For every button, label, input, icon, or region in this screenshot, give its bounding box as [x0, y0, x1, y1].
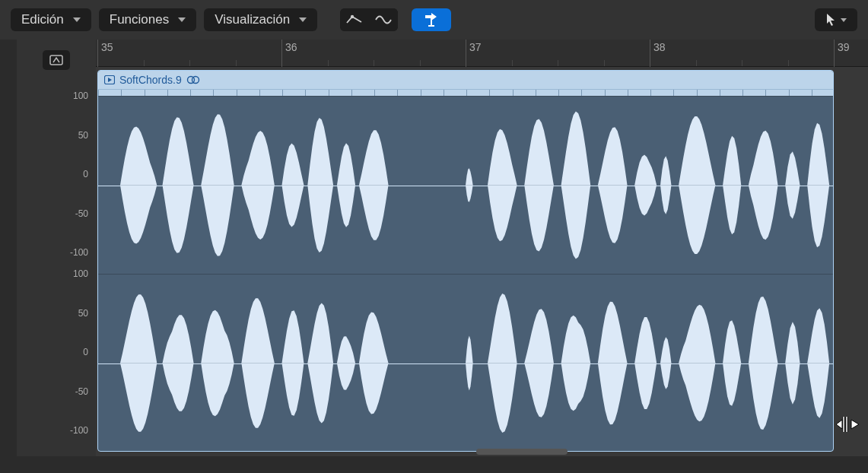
region-end-resize-cursor-icon — [833, 414, 862, 435]
ruler-bar-marker: 38 — [650, 40, 666, 67]
flex-icon — [374, 14, 393, 25]
region-header[interactable]: SoftChords.9 — [98, 71, 833, 89]
amplitude-label: -50 — [75, 208, 88, 219]
functions-menu-label: Funciones — [110, 12, 169, 27]
automation-icon — [346, 14, 363, 25]
waveform-left-svg — [98, 97, 833, 274]
amplitude-label: 100 — [73, 268, 88, 279]
stereo-link-icon — [186, 75, 200, 84]
amplitude-scale: 100500-50-100100500-50-100 — [17, 81, 96, 456]
flex-toggle[interactable] — [369, 8, 398, 31]
region-sub-ruler — [98, 89, 833, 96]
waveform-area[interactable] — [98, 96, 833, 452]
view-menu[interactable]: Visualización — [204, 8, 317, 31]
waveform-editor[interactable]: 3536373839 SoftChords.9 — [96, 40, 868, 456]
waveform-channel-left — [98, 96, 833, 274]
svg-point-0 — [351, 15, 354, 18]
svg-point-5 — [192, 77, 199, 84]
amplitude-label: 0 — [83, 347, 88, 357]
amplitude-label: -100 — [70, 425, 88, 436]
ruler-bar-marker: 39 — [834, 40, 850, 67]
edit-menu-label: Edición — [21, 12, 64, 27]
chevron-down-icon — [73, 17, 81, 22]
ruler-bar-marker: 37 — [466, 40, 482, 67]
catch-playhead-button[interactable] — [412, 8, 451, 31]
editor-toolbar: Edición Funciones Visualización — [0, 0, 868, 40]
left-gutter — [0, 40, 17, 456]
bar-ruler[interactable]: 3536373839 — [96, 40, 868, 67]
waveform-channel-right — [98, 274, 833, 452]
catch-playhead-icon — [423, 13, 440, 27]
pointer-tool-selector[interactable] — [815, 8, 857, 31]
edit-menu[interactable]: Edición — [11, 8, 91, 31]
chevron-down-icon — [841, 18, 847, 22]
amplitude-label: -50 — [75, 386, 88, 397]
left-panel: 100500-50-100100500-50-100 — [17, 40, 96, 456]
functions-menu[interactable]: Funciones — [99, 8, 196, 31]
ruler-bar-marker: 35 — [97, 40, 113, 67]
toolbar-mode-group — [340, 8, 398, 31]
amplitude-label: -100 — [70, 247, 88, 258]
inspector-toggle[interactable] — [43, 50, 70, 70]
region-name: SoftChords.9 — [119, 74, 182, 86]
amplitude-label: 100 — [73, 90, 88, 101]
amplitude-label: 0 — [83, 169, 88, 179]
pointer-tool-icon — [825, 13, 836, 27]
view-menu-label: Visualización — [215, 12, 290, 27]
chevron-down-icon — [299, 17, 307, 22]
automation-toggle[interactable] — [340, 8, 369, 31]
audio-region[interactable]: SoftChords.9 — [97, 70, 834, 452]
ruler-bar-marker: 36 — [281, 40, 297, 67]
horizontal-scrollbar[interactable] — [476, 449, 568, 455]
inspector-icon — [49, 55, 63, 65]
waveform-right-svg — [98, 275, 833, 452]
amplitude-label: 50 — [78, 308, 88, 319]
amplitude-label: 50 — [78, 130, 88, 141]
editor-main: 100500-50-100100500-50-100 3536373839 So… — [0, 40, 868, 456]
chevron-down-icon — [178, 17, 186, 22]
play-icon — [104, 75, 115, 84]
